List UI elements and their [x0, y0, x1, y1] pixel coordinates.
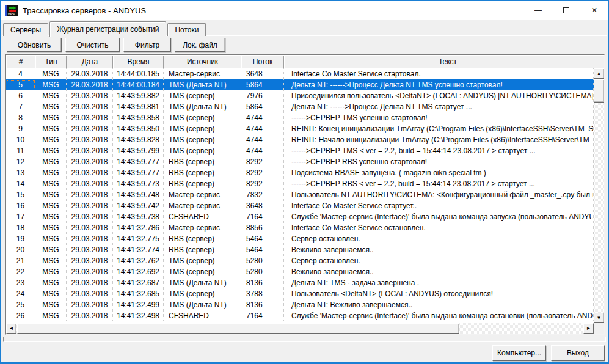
cell-date[interactable]: 29.03.2018 — [67, 244, 113, 255]
cell-date[interactable]: 29.03.2018 — [67, 79, 113, 90]
cell-type[interactable]: MSG — [35, 90, 67, 101]
cell-text[interactable]: Дельта NT: ------>Процесс Дельта NT TMS … — [284, 101, 594, 112]
cell-number[interactable]: 4 — [6, 68, 35, 79]
cell-type[interactable]: MSG — [35, 266, 67, 277]
column-header-4[interactable]: Источник — [164, 55, 241, 68]
cell-time[interactable]: 14:41:32.685 — [113, 288, 164, 299]
cell-number[interactable]: 22 — [6, 266, 35, 277]
filter-button[interactable]: Фильтр — [123, 38, 171, 52]
cell-number[interactable]: 20 — [6, 244, 35, 255]
cell-date[interactable]: 29.03.2018 — [67, 189, 113, 200]
cell-number[interactable]: 6 — [6, 90, 35, 101]
cell-thread[interactable]: 8292 — [241, 178, 284, 189]
cell-date[interactable]: 29.03.2018 — [67, 134, 113, 145]
vertical-scroll-track[interactable] — [594, 79, 604, 313]
cell-thread[interactable]: 5280 — [241, 266, 284, 277]
cell-source[interactable]: TMS (сервер) — [164, 134, 241, 145]
cell-number[interactable]: 8 — [6, 112, 35, 123]
close-button[interactable]: × — [580, 1, 608, 20]
cell-text[interactable]: Interface Co Master Service стартует.. — [284, 200, 594, 211]
cell-text[interactable]: Дельта NT: ------>Процесс Дельта NT TMS … — [284, 79, 594, 90]
cell-number[interactable]: 16 — [6, 200, 35, 211]
cell-source[interactable]: TMS (сервер) — [164, 255, 241, 266]
cell-thread[interactable]: 4744 — [241, 112, 284, 123]
cell-date[interactable]: 29.03.2018 — [67, 123, 113, 134]
cell-thread[interactable]: 8292 — [241, 156, 284, 167]
scroll-up-button[interactable]: ▲ — [594, 68, 604, 79]
cell-source[interactable]: RBS (сервер) — [164, 156, 241, 167]
table-row[interactable]: 8MSG29.03.201814:43:59.858TMS (сервер)47… — [6, 112, 594, 123]
table-row[interactable]: 16MSG29.03.201814:43:59.742Мастер-сервис… — [6, 200, 594, 211]
cell-date[interactable]: 29.03.2018 — [67, 156, 113, 167]
cell-type[interactable]: MSG — [35, 178, 67, 189]
tab-event-log[interactable]: Журнал регистрации событий — [49, 21, 166, 37]
cell-type[interactable]: MSG — [35, 134, 67, 145]
cell-time[interactable]: 14:44:00.185 — [113, 68, 164, 79]
cell-number[interactable]: 23 — [6, 277, 35, 288]
cell-type[interactable]: MSG — [35, 277, 67, 288]
cell-text[interactable]: Пользователь <DeltaNT> (LOCAL: ANDYUS) о… — [284, 288, 594, 299]
cell-thread[interactable]: 8136 — [241, 277, 284, 288]
horizontal-scroll-thumb[interactable] — [17, 323, 459, 334]
cell-type[interactable]: MSG — [35, 244, 67, 255]
cell-source[interactable]: TMS (сервер) — [164, 266, 241, 277]
cell-text[interactable]: REINIT: Начало инициализации TmArray (C:… — [284, 134, 594, 145]
cell-text[interactable]: Дельта NT: TMS - задача завершена . — [284, 277, 594, 288]
cell-date[interactable]: 29.03.2018 — [67, 299, 113, 310]
table-row[interactable]: 7MSG29.03.201814:43:59.881TMS (Дельта NT… — [6, 101, 594, 112]
cell-date[interactable]: 29.03.2018 — [67, 101, 113, 112]
cell-thread[interactable]: 5864 — [241, 79, 284, 90]
column-header-2[interactable]: Дата — [67, 55, 113, 68]
table-row[interactable]: 26MSG29.03.201814:41:32.498CFSHARED7164С… — [6, 310, 594, 321]
computer-button[interactable]: Компьютер... — [492, 345, 546, 361]
cell-time[interactable]: 14:41:32.775 — [113, 233, 164, 244]
scroll-right-button[interactable]: ► — [583, 323, 594, 334]
cell-time[interactable]: 14:43:59.777 — [113, 156, 164, 167]
cell-text[interactable]: ------>СЕРВЕР RBS успешно стартовал! — [284, 156, 594, 167]
table-row[interactable]: 14MSG29.03.201814:43:59.773RBS (сервер)8… — [6, 178, 594, 189]
cell-thread[interactable]: 5864 — [241, 101, 284, 112]
table-row[interactable]: 13MSG29.03.201814:43:59.777RBS (сервер)8… — [6, 167, 594, 178]
cell-number[interactable]: 9 — [6, 123, 35, 134]
column-header-0[interactable]: # — [6, 55, 35, 68]
cell-thread[interactable]: 7164 — [241, 310, 284, 321]
cell-thread[interactable]: 8292 — [241, 167, 284, 178]
table-row[interactable]: 10MSG29.03.201814:43:59.828TMS (сервер)4… — [6, 134, 594, 145]
cell-date[interactable]: 29.03.2018 — [67, 68, 113, 79]
table-row[interactable]: 21MSG29.03.201814:41:32.762TMS (сервер)5… — [6, 255, 594, 266]
cell-source[interactable]: RBS (сервер) — [164, 167, 241, 178]
cell-time[interactable]: 14:41:32.499 — [113, 299, 164, 310]
table-row[interactable]: 15MSG29.03.201814:43:59.748Мастер-сервис… — [6, 189, 594, 200]
cell-text[interactable]: Вежливо завершаемся.. — [284, 266, 594, 277]
cell-thread[interactable]: 3648 — [241, 200, 284, 211]
cell-number[interactable]: 11 — [6, 145, 35, 156]
table-row[interactable]: 12MSG29.03.201814:43:59.777RBS (сервер)8… — [6, 156, 594, 167]
cell-date[interactable]: 29.03.2018 — [67, 112, 113, 123]
column-header-6[interactable]: Текст — [284, 55, 604, 68]
cell-source[interactable]: RBS (сервер) — [164, 178, 241, 189]
cell-number[interactable]: 19 — [6, 233, 35, 244]
cell-date[interactable]: 29.03.2018 — [67, 211, 113, 222]
refresh-button[interactable]: Обновить — [7, 38, 62, 52]
cell-number[interactable]: 18 — [6, 222, 35, 233]
exit-button[interactable]: Выход — [551, 345, 605, 361]
cell-text[interactable]: Присоединился пользователь <DeltaNT> (LO… — [284, 90, 594, 101]
cell-date[interactable]: 29.03.2018 — [67, 178, 113, 189]
scroll-down-button[interactable]: ▼ — [594, 313, 604, 323]
cell-type[interactable]: MSG — [35, 288, 67, 299]
cell-date[interactable]: 29.03.2018 — [67, 266, 113, 277]
table-row[interactable]: 9MSG29.03.201814:43:59.850TMS (сервер)47… — [6, 123, 594, 134]
cell-number[interactable]: 24 — [6, 288, 35, 299]
cell-time[interactable]: 14:43:59.858 — [113, 112, 164, 123]
cell-text[interactable]: Службе 'Мастер-сервис (Interface)' была … — [284, 211, 594, 222]
cell-time[interactable]: 14:43:59.850 — [113, 123, 164, 134]
cell-text[interactable]: Службе 'Мастер-сервис (Interface)' была … — [284, 310, 594, 321]
table-row[interactable]: 20MSG29.03.201814:41:32.774RBS (сервер)5… — [6, 244, 594, 255]
table-row[interactable]: 23MSG29.03.201814:41:32.687TMS (Дельта N… — [6, 277, 594, 288]
vertical-scrollbar[interactable]: ▲ ▼ — [594, 68, 604, 323]
tab-threads[interactable]: Потоки — [167, 23, 206, 36]
cell-time[interactable]: 14:43:59.881 — [113, 101, 164, 112]
column-header-5[interactable]: Поток — [241, 55, 284, 68]
cell-text[interactable]: Interface Co Master Service остановлен. — [284, 222, 594, 233]
cell-text[interactable]: ------>СЕРВЕР TMS < ver = 2.2, build = 1… — [284, 145, 594, 156]
